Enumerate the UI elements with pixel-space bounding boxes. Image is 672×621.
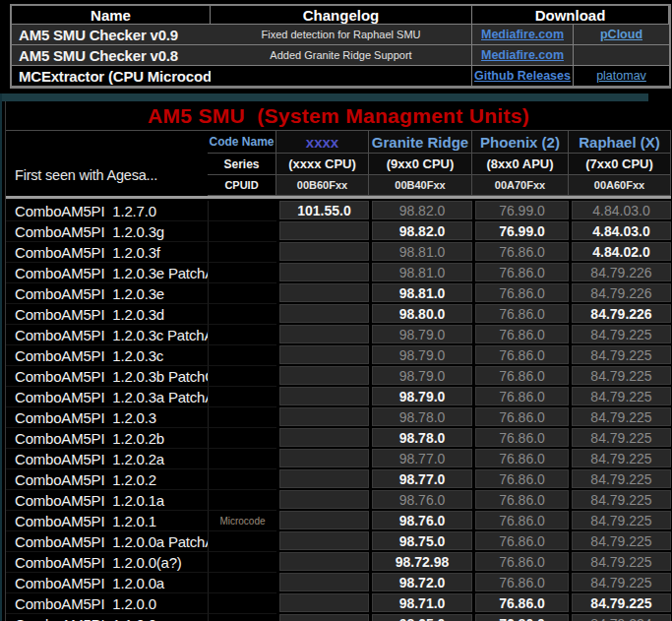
row-sublabel — [208, 263, 276, 283]
code-name-label: Code Name — [208, 131, 276, 154]
column-header-xxxx: xxxx — [276, 131, 369, 154]
smu-version-cell-phoenix: 76.86.0 — [472, 283, 569, 304]
mediafire-link[interactable]: Mediafire.com — [481, 28, 564, 41]
agesa-version-cell: ComboAM5PI 1.2.0.3b PatchC — [6, 366, 208, 387]
smu-version-cell-xxxx — [276, 593, 369, 614]
tool-changelog: Added Granite Ridge Support — [211, 45, 472, 66]
tool-name: AM5 SMU Checker v0.9 — [12, 25, 211, 45]
github-releases-link[interactable]: Github Releases — [474, 69, 571, 83]
page: { "colors": { "title_red": "#c00000", "h… — [0, 0, 672, 621]
first-seen-label: First seen with Agesa... — [6, 131, 208, 196]
row-sublabel — [208, 531, 276, 552]
row-sublabel — [208, 304, 276, 325]
smu-table-header: First seen with Agesa... Code Name Serie… — [6, 131, 671, 196]
row-sublabel — [208, 469, 276, 490]
smu-version-cell-granite-ridge: 98.77.0 — [369, 449, 472, 469]
table-row: ComboAM5PI 1.2.0.0(a?) 98.72.98 76.86.0 … — [6, 552, 671, 573]
smu-version-cell-phoenix: 76.86.0 — [472, 242, 569, 263]
table-row: ComboAM5PI 1.2.7.0 101.55.0 98.82.0 76.9… — [6, 201, 671, 221]
smu-version-cell-raphael: 84.79.225 — [569, 325, 671, 345]
smu-version-cell-xxxx — [276, 552, 369, 573]
smu-version-cell-raphael: 84.79.225 — [569, 428, 671, 449]
smu-version-cell-raphael: 84.79.225 — [569, 407, 671, 428]
tool-name: MCExtractor (CPU Microcode) — [12, 66, 211, 87]
smu-table-title: AM5 SMU (System Managment Units) — [6, 101, 671, 131]
row-sublabel — [208, 490, 276, 511]
smu-version-cell-phoenix: 76.86.0 — [472, 345, 569, 366]
smu-version-cell-phoenix: 76.86.0 — [472, 552, 569, 573]
smu-version-cell-phoenix: 76.86.0 — [472, 449, 569, 469]
row-sublabel — [208, 221, 276, 242]
smu-version-cell-xxxx — [276, 325, 369, 345]
agesa-version-cell: ComboAM5PI 1.2.0.3f — [6, 242, 208, 263]
agesa-version-cell: ComboAM5PI 1.2.0.3e — [6, 283, 208, 304]
smu-version-cell-raphael: 84.79.225 — [569, 469, 671, 490]
smu-version-cell-xxxx — [276, 428, 369, 449]
agesa-version-cell: ComboAM5PI 1.2.0.0a — [6, 573, 208, 593]
row-sublabel — [208, 428, 276, 449]
smu-version-cell-xxxx — [276, 511, 369, 531]
tool-name: AM5 SMU Checker v0.8 — [12, 45, 211, 66]
smu-version-cell-raphael: 84.79.225 — [569, 511, 671, 531]
table-row: ComboAM5PI 1.2.0.3b PatchC 98.79.0 76.86… — [6, 366, 671, 387]
cpuid-value: 00A60Fxx — [569, 175, 671, 196]
smu-table: AM5 SMU (System Managment Units) First s… — [5, 101, 671, 621]
smu-version-cell-phoenix: 76.86.0 — [472, 387, 569, 407]
table-row: ComboAM5PI 1.2.0.2a 98.77.0 76.86.0 84.7… — [6, 449, 671, 469]
agesa-version-cell: ComboAM5PI 1.2.7.0 — [6, 201, 208, 221]
smu-version-cell-xxxx — [276, 221, 369, 242]
agesa-version-cell: ComboAM5PI 1.2.0.1a — [6, 490, 208, 511]
table-row: ComboAM5PI 1.2.0.3d 98.80.0 76.86.0 84.7… — [6, 304, 671, 325]
smu-version-cell-raphael: 84.79.225 — [569, 552, 671, 573]
row-sublabel — [208, 573, 276, 593]
smu-version-cell-xxxx — [276, 263, 369, 283]
table-row: ComboAM5PI 1.2.0.3f 98.81.0 76.86.0 4.84… — [6, 242, 671, 263]
smu-version-cell-granite-ridge: 98.79.0 — [369, 325, 472, 345]
table-row: ComboAM5PI 1.2.0.3c 98.79.0 76.86.0 84.7… — [6, 345, 671, 366]
row-sublabel — [208, 325, 276, 345]
cpuid-value: 00B60Fxx — [276, 175, 369, 196]
smu-version-cell-xxxx — [276, 242, 369, 263]
smu-version-cell-xxxx — [276, 490, 369, 511]
agesa-version-cell: ComboAM5PI 1.2.0.0a PatchA — [6, 531, 208, 552]
smu-version-cell-granite-ridge: 98.79.0 — [369, 366, 472, 387]
smu-version-cell-granite-ridge: 98.77.0 — [369, 469, 472, 490]
smu-version-cell-granite-ridge: 98.75.0 — [369, 531, 472, 552]
platomav-link[interactable]: platomav — [596, 69, 646, 83]
table-row: ComboAM5PI 1.2.0.3e 98.81.0 76.86.0 84.7… — [6, 283, 671, 304]
row-sublabel — [208, 366, 276, 387]
agesa-version-cell: ComboAM5PI 1.2.0.0 — [6, 593, 208, 614]
table-row: ComboAM5PI 1.2.0.3e PatchA 98.81.0 76.86… — [6, 263, 671, 283]
cpuid-label: CPUID — [208, 175, 276, 196]
series-label: Series — [208, 154, 276, 175]
smu-version-cell-xxxx — [276, 469, 369, 490]
agesa-version-cell: ComboAM5PI 1.2.0.1 — [6, 511, 208, 531]
agesa-version-cell: ComboAM5PI 1.2.0.2a — [6, 449, 208, 469]
smu-version-cell-xxxx — [276, 366, 369, 387]
downloads-header-download: Download — [472, 6, 669, 25]
mediafire-link[interactable]: Mediafire.com — [481, 48, 564, 62]
smu-version-cell-phoenix: 76.86.0 — [472, 593, 569, 614]
smu-version-cell-raphael: 4.84.02.0 — [569, 242, 671, 263]
table-row: ComboAM5PI 1.2.0.1a 98.76.0 76.86.0 84.7… — [6, 490, 671, 511]
smu-version-cell-raphael: 84.79.225 — [569, 387, 671, 407]
pcloud-link[interactable]: pCloud — [600, 28, 642, 41]
smu-version-cell-phoenix: 76.86.0 — [472, 573, 569, 593]
downloads-header-changelog: Changelog — [211, 6, 472, 25]
row-sublabel — [208, 552, 276, 573]
smu-version-cell-phoenix: 76.99.0 — [472, 221, 569, 242]
agesa-version-cell: ComboAM5PI 1.2.0.3 — [6, 407, 208, 428]
smu-version-cell-granite-ridge: 98.81.0 — [369, 263, 472, 283]
row-sublabel — [208, 449, 276, 469]
row-sublabel — [208, 345, 276, 366]
smu-version-cell-phoenix: 76.99.0 — [472, 201, 569, 221]
smu-version-cell-raphael: 84.79.225 — [569, 490, 671, 511]
row-sublabel — [208, 614, 276, 621]
column-header-granite-ridge: Granite Ridge — [369, 131, 472, 154]
smu-version-cell-granite-ridge: 98.80.0 — [369, 304, 472, 325]
table-row: ComboAM5PI 1.2.0.0a 98.72.0 76.86.0 84.7… — [6, 573, 671, 593]
row-sublabel — [208, 283, 276, 304]
smu-version-cell-granite-ridge: 98.81.0 — [369, 242, 472, 263]
smu-version-cell-granite-ridge: 98.72.0 — [369, 573, 472, 593]
row-sublabel — [208, 242, 276, 263]
